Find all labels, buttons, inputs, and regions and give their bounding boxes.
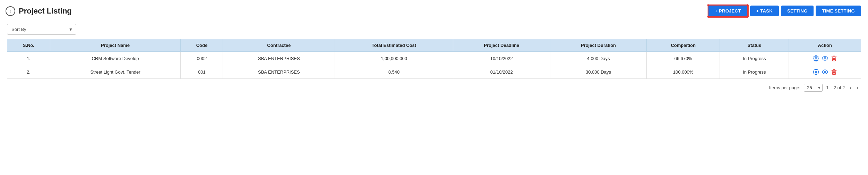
cell-action [789,65,861,79]
col-header-status: Status [720,39,789,52]
cell-contractee: SBA ENTERPRISES [223,65,335,79]
col-header-duration: Project Duration [550,39,646,52]
cell-completion: 100.000% [647,65,720,79]
cell-code: 001 [181,65,223,79]
toolbar: Sort By Project Name Code Deadline ▼ [0,20,868,39]
svg-point-2 [815,71,817,73]
cell-status: In Progress [720,52,789,65]
items-per-page-label: Items per page: [769,85,800,90]
projects-table: S.No. Project Name Code Contractee Total… [7,39,861,79]
cell-code: 0002 [181,52,223,65]
svg-point-1 [824,58,826,59]
col-header-project-name: Project Name [50,39,181,52]
cell-project-name: Street Light Govt. Tender [50,65,181,79]
cell-completion: 66.670% [647,52,720,65]
cell-deadline: 01/10/2022 [453,65,550,79]
cell-action [789,52,861,65]
cell-status: In Progress [720,65,789,79]
view-icon[interactable] [822,55,828,61]
pagination-next-button[interactable]: › [855,84,860,92]
cell-total-cost: 1,00,000.000 [335,52,453,65]
view-icon[interactable] [822,69,828,75]
back-button[interactable]: ‹ [6,6,15,16]
add-task-button[interactable]: + TASK [750,6,779,16]
time-setting-button[interactable]: TIME SETTING [816,6,861,16]
cell-deadline: 10/10/2022 [453,52,550,65]
col-header-completion: Completion [647,39,720,52]
table-row: 1. CRM Software Develop 0002 SBA ENTERPR… [7,52,861,65]
header-left: ‹ Project Listing [6,6,72,16]
col-header-action: Action [789,39,861,52]
delete-icon[interactable] [831,69,837,75]
pagination-bar: Items per page: 10 25 50 100 ▼ 1 – 2 of … [0,79,868,97]
pagination-prev-button[interactable]: ‹ [848,84,853,92]
col-header-deadline: Project Deadline [453,39,550,52]
per-page-select-wrapper: 10 25 50 100 ▼ [804,84,823,92]
sort-by-wrapper: Sort By Project Name Code Deadline ▼ [7,24,76,35]
add-project-button[interactable]: + PROJECT [708,5,748,17]
pagination-nav: ‹ › [848,84,860,92]
cell-sno: 2. [7,65,50,79]
svg-point-0 [815,58,817,59]
cell-total-cost: 8.540 [335,65,453,79]
delete-icon[interactable] [831,55,837,61]
per-page-select[interactable]: 10 25 50 100 [804,84,823,92]
col-header-contractee: Contractee [223,39,335,52]
col-header-sno: S.No. [7,39,50,52]
edit-icon[interactable] [813,69,819,75]
cell-project-name: CRM Software Develop [50,52,181,65]
projects-table-wrapper: S.No. Project Name Code Contractee Total… [0,39,868,79]
page-header: ‹ Project Listing + PROJECT + TASK SETTI… [0,0,868,20]
pagination-info: 1 – 2 of 2 [826,85,845,90]
cell-contractee: SBA ENTERPRISES [223,52,335,65]
table-row: 2. Street Light Govt. Tender 001 SBA ENT… [7,65,861,79]
svg-point-3 [824,71,826,73]
sort-by-select[interactable]: Sort By Project Name Code Deadline [7,24,76,35]
cell-duration: 4.000 Days [550,52,646,65]
table-header-row: S.No. Project Name Code Contractee Total… [7,39,861,52]
header-right: + PROJECT + TASK SETTING TIME SETTING [708,5,861,17]
col-header-total-cost: Total Estimated Cost [335,39,453,52]
edit-icon[interactable] [813,55,819,61]
page-title: Project Listing [19,7,72,16]
setting-button[interactable]: SETTING [781,6,814,16]
col-header-code: Code [181,39,223,52]
cell-sno: 1. [7,52,50,65]
cell-duration: 30.000 Days [550,65,646,79]
